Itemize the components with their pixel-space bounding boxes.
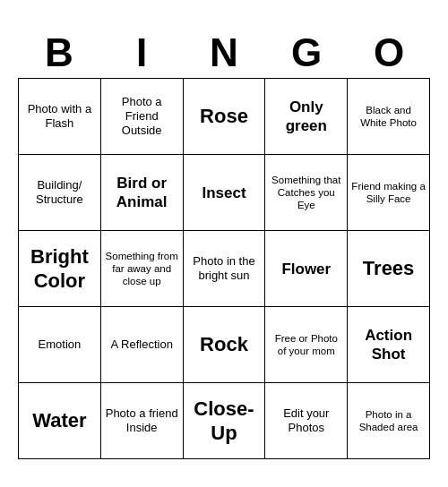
bingo-cell-24: Photo in a Shaded area xyxy=(348,383,430,459)
bingo-cell-12: Photo in the bright sun xyxy=(184,231,266,307)
bingo-cell-15: Emotion xyxy=(19,307,101,383)
bingo-cell-9: Friend making a Silly Face xyxy=(348,155,430,231)
bingo-cell-4: Black and White Photo xyxy=(348,79,430,155)
bingo-cell-0: Photo with a Flash xyxy=(19,79,101,155)
bingo-cell-20: Water xyxy=(19,383,101,459)
bingo-cell-19: Action Shot xyxy=(348,307,430,383)
bingo-cell-5: Building/ Structure xyxy=(19,155,101,231)
bingo-cell-7: Insect xyxy=(184,155,266,231)
bingo-cell-16: A Reflection xyxy=(101,307,184,383)
bingo-cell-23: Edit your Photos xyxy=(265,383,348,459)
bingo-cell-21: Photo a friend Inside xyxy=(101,383,184,459)
bingo-cell-14: Trees xyxy=(348,231,430,307)
bingo-letter-i: I xyxy=(100,28,183,78)
bingo-cell-10: Bright Color xyxy=(19,231,101,307)
bingo-cell-1: Photo a Friend Outside xyxy=(101,79,184,155)
bingo-cell-18: Free or Photo of your mom xyxy=(265,307,348,383)
bingo-grid: Photo with a FlashPhoto a Friend Outside… xyxy=(18,78,430,459)
bingo-cell-6: Bird or Animal xyxy=(101,155,184,231)
bingo-letter-n: N xyxy=(183,28,265,78)
bingo-letter-b: B xyxy=(18,28,100,78)
bingo-card: BINGO Photo with a FlashPhoto a Friend O… xyxy=(9,19,439,468)
bingo-letter-o: O xyxy=(348,28,430,78)
bingo-letter-g: G xyxy=(265,28,348,78)
bingo-cell-2: Rose xyxy=(184,79,266,155)
bingo-header: BINGO xyxy=(18,28,430,78)
bingo-cell-8: Something that Catches you Eye xyxy=(265,155,348,231)
bingo-cell-3: Only green xyxy=(265,79,348,155)
bingo-cell-22: Close-Up xyxy=(184,383,266,459)
bingo-cell-11: Something from far away and close up xyxy=(101,231,184,307)
bingo-cell-17: Rock xyxy=(184,307,266,383)
bingo-cell-13: Flower xyxy=(265,231,348,307)
